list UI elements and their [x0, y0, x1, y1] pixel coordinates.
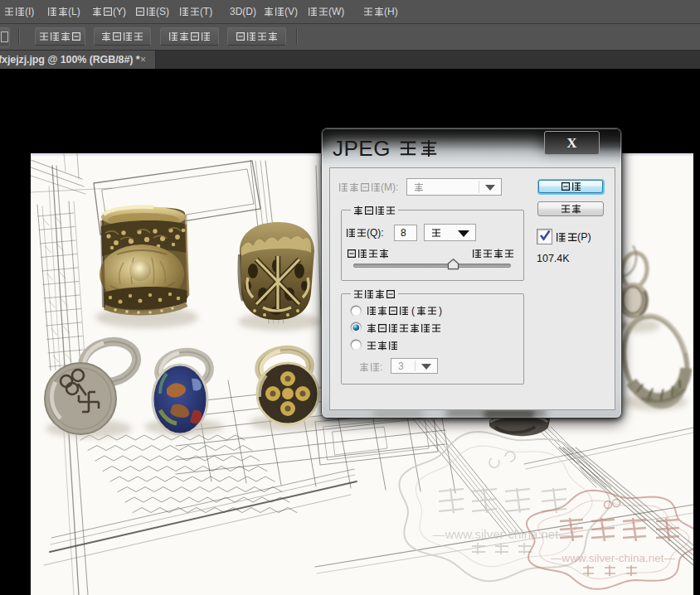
svg-text:—www.silver-china.net—: —www.silver-china.net— — [551, 552, 676, 564]
svg-text:—www.silver-china.net—: —www.silver-china.net— — [433, 527, 571, 541]
